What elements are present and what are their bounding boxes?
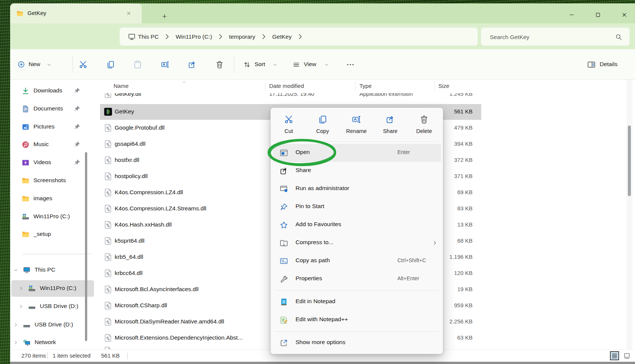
sidebar-item-win11pro-c-[interactable]: Win11Pro (C:) (11, 208, 94, 225)
chevron-right-icon (217, 33, 224, 41)
context-menu-item-run-as-administrator[interactable]: Run as administrator (273, 180, 441, 198)
search-box[interactable] (481, 27, 630, 46)
more-icon (346, 60, 355, 69)
menu-item-label: Edit in Notepad (296, 298, 335, 305)
rename-button[interactable] (157, 56, 173, 73)
context-menu-item-properties[interactable]: PropertiesAlt+Enter (273, 270, 441, 288)
chevron-down-icon (13, 267, 18, 273)
sidebar-item--setup[interactable]: _setup (11, 226, 94, 243)
scrolled-file-row[interactable]: GetKey.dll17.11.2025. 19:40Application e… (100, 93, 481, 101)
chevron-right-icon (296, 33, 304, 41)
context-menu-item-add-to-favourites[interactable]: Add to Favourites (273, 216, 441, 234)
downloads-icon (21, 87, 30, 95)
dll-icon (103, 301, 113, 310)
view-button[interactable]: View (289, 56, 331, 73)
paste-icon (133, 60, 142, 69)
file-name: K4os.Compression.LZ4.dll (115, 189, 183, 196)
delete-button[interactable] (211, 56, 228, 73)
share-button[interactable] (184, 56, 200, 73)
search-input[interactable] (489, 28, 607, 46)
copy-path-icon (279, 257, 288, 266)
close-button[interactable] (621, 12, 627, 18)
breadcrumb-item[interactable]: Win11Pro (C:) (176, 33, 212, 40)
sidebar-item-label: Screenshots (33, 177, 66, 184)
see-more-button[interactable] (342, 56, 359, 73)
new-button[interactable]: New (14, 56, 62, 73)
sidebar-item-videos[interactable]: Videos (11, 154, 94, 171)
context-menu-item-edit-in-notepad[interactable]: Edit in Notepad (273, 293, 441, 311)
share-icon (279, 166, 288, 175)
tab-close-icon[interactable] (126, 11, 132, 16)
maximize-button[interactable] (595, 12, 601, 18)
file-row[interactable]: GetKey.dll17.11.2025. 19:40Application e… (100, 93, 481, 101)
dll-icon (103, 220, 113, 230)
explorer-tab[interactable]: GetKey (10, 3, 142, 23)
details-view-toggle[interactable] (609, 350, 620, 361)
context-menu-item-compress-to[interactable]: Compress to... (273, 234, 441, 252)
address-bar[interactable]: This PCWin11Pro (C:)temporaryGetKey (120, 27, 478, 46)
copy-button[interactable] (102, 56, 119, 73)
sidebar-scrollbar[interactable] (85, 152, 87, 341)
column-header-type[interactable]: Type (359, 83, 372, 89)
context-menu-item-show-more-options[interactable]: Show more options (273, 334, 441, 352)
context-menu: CutCopyRenameShareDeleteOpenEnterShareRu… (270, 107, 443, 354)
this-pc-icon (23, 266, 31, 274)
sidebar-item-screenshots[interactable]: Screenshots (11, 172, 94, 189)
details-pane-button[interactable]: Details (585, 56, 630, 73)
pin-blue-icon (279, 202, 288, 211)
delete-icon (215, 60, 224, 69)
context-quick-rename[interactable]: Rename (341, 112, 371, 139)
context-menu-item-share[interactable]: Share (273, 162, 441, 180)
sidebar-item-label: Win11Pro (C:) (40, 285, 76, 292)
pin-icon (73, 140, 81, 148)
context-quick-delete[interactable]: Delete (409, 112, 439, 139)
file-name: krb5_64.dll (115, 254, 143, 260)
breadcrumb-item[interactable]: This PC (138, 33, 159, 40)
column-divider[interactable] (265, 82, 265, 91)
menu-item-shortcut: Enter (397, 149, 410, 155)
minimize-button[interactable] (568, 12, 575, 18)
paste-button[interactable] (129, 56, 146, 73)
context-menu-item-pin-to-start[interactable]: Pin to Start (273, 198, 441, 216)
sidebar-divider (23, 254, 91, 254)
new-tab-button[interactable] (161, 13, 168, 20)
context-quick-copy[interactable]: Copy (308, 112, 338, 139)
sidebar-item-pictures[interactable]: Pictures (11, 119, 94, 135)
sidebar-tree-usb-drive-d-[interactable]: USB Drive (D:) (11, 317, 94, 333)
context-menu-item-copy-as-path[interactable]: Copy as pathCtrl+Shift+C (273, 252, 441, 270)
sidebar-item-downloads[interactable]: Downloads (11, 83, 94, 99)
sidebar-tree-win11pro-c-[interactable]: Win11Pro (C:) (11, 280, 94, 297)
context-quick-label: Cut (274, 128, 304, 134)
delete-icon (419, 115, 429, 124)
context-menu-item-edit-with-notepad[interactable]: Edit with Notepad++ (273, 311, 441, 329)
file-list-scrollbar-track[interactable] (626, 80, 632, 349)
sidebar-item-music[interactable]: Music (11, 136, 94, 153)
chevron-right-icon (13, 340, 18, 345)
context-quick-cut[interactable]: Cut (274, 112, 304, 139)
sidebar-tree-usb-drive-d-[interactable]: USB Drive (D:) (11, 298, 94, 315)
copy-icon (106, 60, 115, 69)
sidebar-item-images[interactable]: images (11, 190, 94, 207)
sidebar-tree-this-pc[interactable]: This PC (11, 262, 94, 278)
pin-icon (73, 159, 81, 166)
column-divider[interactable] (355, 82, 356, 91)
copy-icon (318, 115, 327, 124)
folder-icon (21, 177, 30, 185)
column-header-date-modified[interactable]: Date modified (269, 83, 304, 89)
menu-separator (275, 331, 438, 332)
cut-button[interactable] (75, 56, 91, 73)
column-header-size[interactable]: Size (438, 83, 449, 89)
chevron-right-icon (432, 240, 438, 246)
icons-view-toggle[interactable] (623, 352, 631, 360)
column-divider[interactable] (434, 82, 435, 91)
sort-button[interactable]: Sort (239, 56, 280, 73)
file-list-scrollbar-thumb[interactable] (628, 125, 631, 196)
breadcrumb-item[interactable]: temporary (229, 33, 255, 40)
breadcrumb-item[interactable]: GetKey (272, 33, 292, 40)
sidebar-tree-network[interactable]: Network (11, 334, 94, 351)
menu-item-label: Properties (296, 275, 322, 282)
context-quick-share[interactable]: Share (375, 112, 405, 139)
context-menu-item-open[interactable]: OpenEnter (273, 144, 441, 162)
sidebar-item-documents[interactable]: Documents (11, 101, 94, 117)
column-header-name[interactable]: Name (114, 83, 129, 89)
